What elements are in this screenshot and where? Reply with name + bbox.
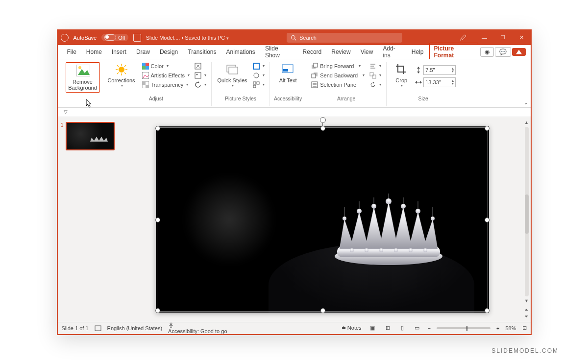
slide (156, 126, 489, 313)
resize-handle-bl[interactable] (155, 308, 160, 313)
change-picture-icon (195, 72, 201, 79)
tab-view[interactable]: View (356, 47, 378, 57)
svg-line-12 (117, 73, 119, 74)
crop-label: Crop (395, 77, 407, 84)
zoom-level[interactable]: 58% (505, 325, 516, 331)
slide-canvas[interactable] (122, 117, 523, 322)
accessibility-status[interactable]: Accessibility: Good to go (168, 322, 227, 334)
slide-thumbnail-1[interactable] (66, 122, 115, 150)
next-slide-icon[interactable]: ⏷ (524, 314, 529, 319)
tab-transitions[interactable]: Transitions (183, 47, 220, 57)
alt-text-button[interactable]: Alt Text (276, 62, 300, 85)
search-box[interactable]: Search (287, 33, 402, 43)
spellcheck-icon[interactable] (95, 325, 101, 331)
qat-dropdown[interactable]: ▽ (64, 109, 68, 115)
language-label[interactable]: English (United States) (107, 325, 163, 331)
resize-handle-bm[interactable] (320, 308, 325, 313)
group-icon (369, 72, 376, 79)
change-picture-button[interactable]: ▾ (194, 72, 207, 79)
reset-picture-button[interactable]: ▾ (194, 81, 207, 89)
notes-button[interactable]: ≐ Notes (342, 325, 362, 331)
crop-button[interactable]: Crop▾ (391, 62, 412, 89)
svg-rect-20 (146, 85, 149, 88)
compress-icon (195, 63, 201, 70)
tab-draw[interactable]: Draw (132, 47, 154, 57)
save-icon[interactable] (133, 34, 141, 42)
minimize-button[interactable]: — (478, 35, 490, 41)
rotate-button[interactable]: ▾ (368, 81, 382, 89)
bring-forward-button[interactable]: Bring Forward▾ (310, 62, 366, 70)
prev-slide-icon[interactable]: ⏶ (524, 307, 529, 312)
send-backward-button[interactable]: Send Backward▾ (310, 72, 366, 79)
resize-handle-mr[interactable] (485, 218, 490, 222)
selection-pane-button[interactable]: Selection Pane (310, 81, 366, 89)
compress-pictures-button[interactable] (194, 62, 207, 70)
comments-button[interactable]: 💬 (495, 47, 511, 57)
height-icon (415, 67, 422, 73)
scroll-down-icon[interactable]: ▼ (524, 298, 529, 303)
svg-rect-27 (253, 63, 259, 69)
tab-design[interactable]: Design (155, 47, 182, 57)
share-button[interactable] (512, 48, 526, 56)
slideshow-view-button[interactable]: ▭ (412, 325, 422, 331)
camera-button[interactable]: ◉ (480, 47, 494, 57)
transparency-button[interactable]: Transparency▾ (141, 81, 191, 89)
tab-review[interactable]: Review (327, 47, 355, 57)
quick-styles-button[interactable]: Quick Styles▾ (216, 62, 249, 89)
tab-add-ins[interactable]: Add-ins (378, 43, 406, 61)
tab-insert[interactable]: Insert (107, 47, 131, 57)
fit-to-window-button[interactable]: ⊡ (522, 325, 527, 331)
app-icon (61, 34, 69, 42)
picture-layout-button[interactable]: ▾ (252, 81, 266, 89)
reading-view-button[interactable]: ▯ (398, 325, 406, 331)
artistic-effects-button[interactable]: Artistic Effects▾ (141, 72, 191, 79)
document-title[interactable]: Slide Model.... • Saved to this PC ▾ (146, 35, 229, 41)
picture-styles-group-label: Picture Styles (225, 96, 256, 101)
group-button[interactable]: ▾ (368, 72, 382, 79)
remove-background-button[interactable]: Remove Background (66, 62, 100, 93)
selection-pane-icon (311, 81, 318, 88)
autosave-toggle[interactable]: Off (101, 34, 128, 41)
width-input[interactable]: 13.33"▴▾ (415, 77, 456, 87)
scroll-up-icon[interactable]: ▲ (524, 120, 529, 125)
align-button[interactable]: ▾ (368, 62, 382, 70)
slide-sorter-button[interactable]: ⊞ (383, 325, 392, 331)
picture-border-button[interactable]: ▾ (252, 62, 266, 70)
corrections-button[interactable]: Corrections▾ (105, 62, 138, 89)
normal-view-button[interactable]: ▣ (368, 325, 377, 331)
close-button[interactable]: ✕ (515, 34, 527, 41)
tab-picture-format[interactable]: Picture Format (429, 43, 478, 61)
resize-handle-br[interactable] (485, 308, 490, 313)
maximize-button[interactable]: ☐ (497, 34, 509, 41)
picture-effects-button[interactable]: ▾ (252, 72, 266, 79)
zoom-in-button[interactable]: + (496, 325, 499, 331)
artistic-effects-icon (142, 72, 149, 79)
svg-rect-33 (283, 69, 288, 72)
tab-animations[interactable]: Animations (222, 47, 260, 57)
search-icon (291, 35, 296, 41)
resize-handle-tl[interactable] (155, 126, 160, 131)
pen-icon[interactable] (460, 34, 471, 41)
color-icon (142, 63, 149, 70)
tab-home[interactable]: Home (82, 47, 106, 57)
resize-handle-tm[interactable] (320, 126, 325, 131)
resize-handle-tr[interactable] (485, 126, 490, 131)
cursor-icon (86, 99, 93, 108)
picture-border-icon (253, 63, 260, 70)
vertical-scrollbar[interactable]: ▲ ▼ ⏶ ⏷ (523, 117, 531, 322)
rotate-handle[interactable] (320, 117, 326, 123)
tab-slide-show[interactable]: Slide Show (261, 43, 297, 61)
tab-help[interactable]: Help (407, 47, 428, 57)
slide-counter: Slide 1 of 1 (62, 325, 89, 331)
tab-file[interactable]: File (63, 47, 81, 57)
tab-record[interactable]: Record (298, 47, 326, 57)
height-input[interactable]: 7.5"▴▾ (415, 65, 456, 75)
zoom-out-button[interactable]: − (428, 325, 431, 331)
svg-rect-15 (146, 63, 149, 66)
image-selection[interactable] (157, 127, 488, 312)
zoom-slider[interactable] (437, 327, 490, 329)
resize-handle-ml[interactable] (155, 218, 160, 222)
color-button[interactable]: Color▾ (141, 62, 191, 70)
ribbon-collapse-button[interactable]: ⌄ (524, 100, 528, 105)
svg-line-10 (117, 65, 119, 67)
